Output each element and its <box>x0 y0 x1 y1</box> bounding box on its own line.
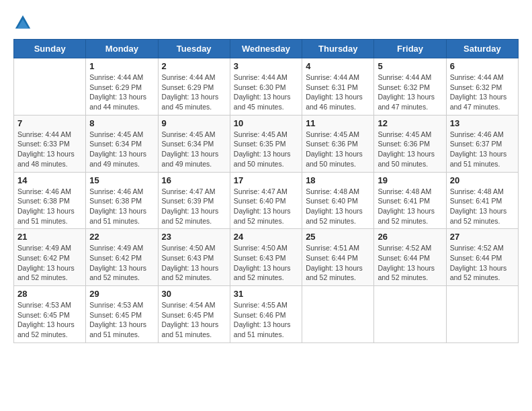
day-number: 21 <box>17 232 82 242</box>
weekday-header-cell: Friday <box>374 40 446 58</box>
day-info: Sunrise: 4:48 AM Sunset: 6:41 PM Dayligh… <box>450 187 515 226</box>
calendar-cell: 3Sunrise: 4:44 AM Sunset: 6:30 PM Daylig… <box>230 58 302 116</box>
calendar-cell: 8Sunrise: 4:45 AM Sunset: 6:34 PM Daylig… <box>86 115 158 172</box>
day-info: Sunrise: 4:44 AM Sunset: 6:32 PM Dayligh… <box>378 73 442 112</box>
calendar-week-row: 7Sunrise: 4:44 AM Sunset: 6:33 PM Daylig… <box>14 115 519 172</box>
calendar-cell: 14Sunrise: 4:46 AM Sunset: 6:38 PM Dayli… <box>14 172 86 229</box>
page-header <box>13 13 519 32</box>
calendar-cell: 9Sunrise: 4:45 AM Sunset: 6:34 PM Daylig… <box>158 115 230 172</box>
weekday-header-cell: Saturday <box>446 40 518 58</box>
calendar-cell: 26Sunrise: 4:52 AM Sunset: 6:44 PM Dayli… <box>374 229 446 286</box>
day-number: 23 <box>162 232 226 242</box>
calendar-cell: 25Sunrise: 4:51 AM Sunset: 6:44 PM Dayli… <box>302 229 374 286</box>
calendar-cell <box>446 286 518 343</box>
calendar-cell: 28Sunrise: 4:53 AM Sunset: 6:45 PM Dayli… <box>14 286 86 343</box>
day-number: 27 <box>450 232 515 242</box>
calendar-cell: 20Sunrise: 4:48 AM Sunset: 6:41 PM Dayli… <box>446 172 518 229</box>
calendar-week-row: 1Sunrise: 4:44 AM Sunset: 6:29 PM Daylig… <box>14 58 519 116</box>
calendar-cell: 17Sunrise: 4:47 AM Sunset: 6:40 PM Dayli… <box>230 172 302 229</box>
day-number: 8 <box>89 118 154 128</box>
day-number: 24 <box>234 232 298 242</box>
day-number: 19 <box>378 175 442 185</box>
day-number: 28 <box>17 289 82 299</box>
calendar-cell: 18Sunrise: 4:48 AM Sunset: 6:40 PM Dayli… <box>302 172 374 229</box>
day-info: Sunrise: 4:48 AM Sunset: 6:41 PM Dayligh… <box>378 187 442 226</box>
day-info: Sunrise: 4:44 AM Sunset: 6:32 PM Dayligh… <box>450 73 515 112</box>
logo-icon <box>13 13 32 32</box>
day-info: Sunrise: 4:46 AM Sunset: 6:38 PM Dayligh… <box>17 187 82 226</box>
day-number: 2 <box>162 61 226 71</box>
day-number: 14 <box>17 175 82 185</box>
day-number: 1 <box>89 61 154 71</box>
day-info: Sunrise: 4:45 AM Sunset: 6:34 PM Dayligh… <box>162 130 226 169</box>
calendar-cell: 4Sunrise: 4:44 AM Sunset: 6:31 PM Daylig… <box>302 58 374 116</box>
day-info: Sunrise: 4:48 AM Sunset: 6:40 PM Dayligh… <box>306 187 370 226</box>
calendar-cell: 22Sunrise: 4:49 AM Sunset: 6:42 PM Dayli… <box>86 229 158 286</box>
calendar-cell: 12Sunrise: 4:45 AM Sunset: 6:36 PM Dayli… <box>374 115 446 172</box>
day-number: 18 <box>306 175 370 185</box>
calendar-week-row: 28Sunrise: 4:53 AM Sunset: 6:45 PM Dayli… <box>14 286 519 343</box>
day-info: Sunrise: 4:47 AM Sunset: 6:40 PM Dayligh… <box>234 187 298 226</box>
calendar-cell: 19Sunrise: 4:48 AM Sunset: 6:41 PM Dayli… <box>374 172 446 229</box>
logo <box>13 13 35 32</box>
day-info: Sunrise: 4:53 AM Sunset: 6:45 PM Dayligh… <box>89 300 154 340</box>
calendar-week-row: 14Sunrise: 4:46 AM Sunset: 6:38 PM Dayli… <box>14 172 519 229</box>
day-info: Sunrise: 4:44 AM Sunset: 6:33 PM Dayligh… <box>17 130 82 169</box>
calendar-cell: 31Sunrise: 4:55 AM Sunset: 6:46 PM Dayli… <box>230 286 302 343</box>
calendar-cell: 30Sunrise: 4:54 AM Sunset: 6:45 PM Dayli… <box>158 286 230 343</box>
day-info: Sunrise: 4:44 AM Sunset: 6:29 PM Dayligh… <box>162 73 226 112</box>
calendar-cell: 7Sunrise: 4:44 AM Sunset: 6:33 PM Daylig… <box>14 115 86 172</box>
day-number: 25 <box>306 232 370 242</box>
day-number: 22 <box>89 232 154 242</box>
calendar-week-row: 21Sunrise: 4:49 AM Sunset: 6:42 PM Dayli… <box>14 229 519 286</box>
day-info: Sunrise: 4:45 AM Sunset: 6:34 PM Dayligh… <box>89 130 154 169</box>
day-info: Sunrise: 4:50 AM Sunset: 6:43 PM Dayligh… <box>234 243 298 283</box>
day-number: 3 <box>234 61 298 71</box>
calendar-cell <box>302 286 374 343</box>
day-number: 6 <box>450 61 515 71</box>
calendar-cell: 27Sunrise: 4:52 AM Sunset: 6:44 PM Dayli… <box>446 229 518 286</box>
day-info: Sunrise: 4:44 AM Sunset: 6:29 PM Dayligh… <box>89 73 154 112</box>
weekday-header-cell: Wednesday <box>230 40 302 58</box>
day-number: 10 <box>234 118 298 128</box>
day-info: Sunrise: 4:45 AM Sunset: 6:35 PM Dayligh… <box>234 130 298 169</box>
calendar-cell: 15Sunrise: 4:46 AM Sunset: 6:38 PM Dayli… <box>86 172 158 229</box>
day-number: 5 <box>378 61 442 71</box>
day-info: Sunrise: 4:49 AM Sunset: 6:42 PM Dayligh… <box>89 243 154 283</box>
day-number: 11 <box>306 118 370 128</box>
day-info: Sunrise: 4:53 AM Sunset: 6:45 PM Dayligh… <box>17 300 82 340</box>
day-info: Sunrise: 4:52 AM Sunset: 6:44 PM Dayligh… <box>378 243 442 283</box>
day-info: Sunrise: 4:44 AM Sunset: 6:31 PM Dayligh… <box>306 73 370 112</box>
day-number: 13 <box>450 118 515 128</box>
day-info: Sunrise: 4:46 AM Sunset: 6:37 PM Dayligh… <box>450 130 515 169</box>
calendar-cell: 21Sunrise: 4:49 AM Sunset: 6:42 PM Dayli… <box>14 229 86 286</box>
day-number: 16 <box>162 175 226 185</box>
day-number: 26 <box>378 232 442 242</box>
calendar-cell: 2Sunrise: 4:44 AM Sunset: 6:29 PM Daylig… <box>158 58 230 116</box>
day-number: 9 <box>162 118 226 128</box>
calendar-cell: 23Sunrise: 4:50 AM Sunset: 6:43 PM Dayli… <box>158 229 230 286</box>
calendar-cell: 16Sunrise: 4:47 AM Sunset: 6:39 PM Dayli… <box>158 172 230 229</box>
day-info: Sunrise: 4:46 AM Sunset: 6:38 PM Dayligh… <box>89 187 154 226</box>
day-number: 29 <box>89 289 154 299</box>
day-info: Sunrise: 4:50 AM Sunset: 6:43 PM Dayligh… <box>162 243 226 283</box>
day-number: 17 <box>234 175 298 185</box>
day-info: Sunrise: 4:49 AM Sunset: 6:42 PM Dayligh… <box>17 243 82 283</box>
calendar-body: 1Sunrise: 4:44 AM Sunset: 6:29 PM Daylig… <box>14 58 519 343</box>
calendar-cell: 1Sunrise: 4:44 AM Sunset: 6:29 PM Daylig… <box>86 58 158 116</box>
day-info: Sunrise: 4:54 AM Sunset: 6:45 PM Dayligh… <box>162 300 226 340</box>
day-number: 30 <box>162 289 226 299</box>
calendar-cell: 29Sunrise: 4:53 AM Sunset: 6:45 PM Dayli… <box>86 286 158 343</box>
calendar-cell <box>374 286 446 343</box>
day-number: 15 <box>89 175 154 185</box>
day-info: Sunrise: 4:51 AM Sunset: 6:44 PM Dayligh… <box>306 243 370 283</box>
calendar-cell: 6Sunrise: 4:44 AM Sunset: 6:32 PM Daylig… <box>446 58 518 116</box>
calendar-table: SundayMondayTuesdayWednesdayThursdayFrid… <box>13 39 519 343</box>
day-number: 31 <box>234 289 298 299</box>
calendar-cell <box>14 58 86 116</box>
day-number: 20 <box>450 175 515 185</box>
day-info: Sunrise: 4:52 AM Sunset: 6:44 PM Dayligh… <box>450 243 515 283</box>
calendar-cell: 13Sunrise: 4:46 AM Sunset: 6:37 PM Dayli… <box>446 115 518 172</box>
calendar-cell: 11Sunrise: 4:45 AM Sunset: 6:36 PM Dayli… <box>302 115 374 172</box>
day-info: Sunrise: 4:45 AM Sunset: 6:36 PM Dayligh… <box>378 130 442 169</box>
